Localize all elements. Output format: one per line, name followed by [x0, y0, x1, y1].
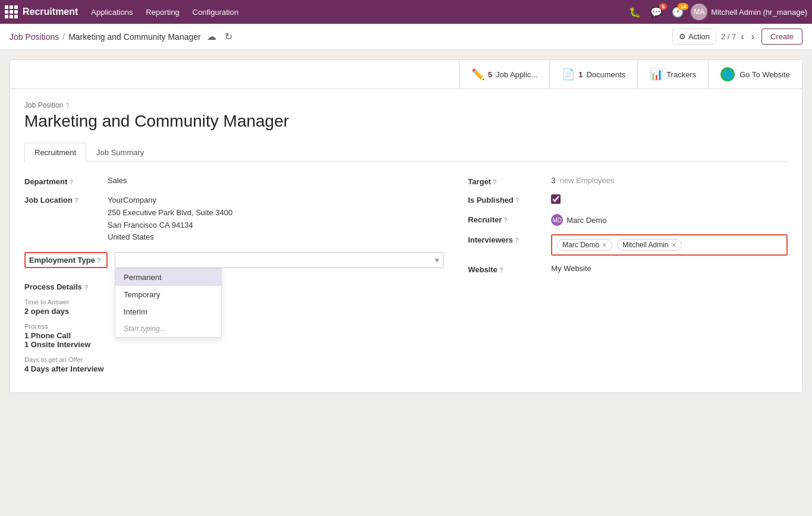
- trackers-label: Trackers: [666, 70, 696, 79]
- process-details-help-icon[interactable]: ?: [84, 284, 89, 291]
- breadcrumb-separator: /: [62, 32, 65, 42]
- job-location-country: United States: [108, 231, 444, 244]
- app-brand[interactable]: Recruitment: [5, 5, 78, 18]
- target-label: Target ?: [468, 176, 551, 186]
- department-label: Department ?: [24, 176, 108, 186]
- refresh-icon[interactable]: ↻: [222, 29, 235, 45]
- is-published-value: [551, 194, 788, 206]
- website-label: Go To Website: [739, 70, 790, 79]
- job-location-address1: 250 Executive Park Blvd, Suite 3400: [108, 207, 444, 219]
- job-position-help-icon[interactable]: ?: [65, 102, 69, 109]
- breadcrumb-parent[interactable]: Job Positions: [10, 32, 59, 42]
- employment-type-label: Employment Type ?: [24, 252, 108, 268]
- process-details-label: Process Details ?: [24, 282, 444, 291]
- recruiter-value: MD Marc Demo: [551, 214, 788, 226]
- job-applications-button[interactable]: ✏️ 5 Job Applic...: [459, 60, 549, 89]
- documents-count: 1: [578, 70, 583, 79]
- form-card: ✏️ 5 Job Applic... 📄 1 Documents 📊 Track…: [10, 59, 802, 393]
- dropdown-item-temporary[interactable]: Temporary: [115, 286, 221, 303]
- form-columns: Department ? Sales Job Location ? YourCo…: [24, 176, 788, 380]
- user-name: Mitchell Admin (hr_manage): [711, 8, 807, 17]
- pagination-text: 2 / 7: [721, 32, 736, 41]
- action-button[interactable]: ⚙ Action: [672, 29, 716, 45]
- dropdown-item-start-typing: Start typing...: [115, 320, 221, 337]
- dropdown-item-interim[interactable]: Interim: [115, 303, 221, 320]
- website-value: My Website: [551, 264, 788, 273]
- job-location-row: Job Location ? YourCompany 250 Executive…: [24, 194, 444, 244]
- applications-count: 5: [488, 70, 492, 79]
- remove-interviewer-1[interactable]: ✕: [602, 241, 607, 249]
- form-body: Job Position ? Marketing and Community M…: [10, 89, 802, 392]
- is-published-help-icon[interactable]: ?: [515, 197, 520, 204]
- job-location-address2: San Francisco CA 94134: [108, 219, 444, 232]
- remove-interviewer-2[interactable]: ✕: [671, 241, 676, 249]
- time-to-answer-block: Time to Answer 2 open days: [24, 298, 444, 316]
- bug-button[interactable]: 🐛: [627, 4, 643, 20]
- is-published-checkbox[interactable]: [551, 194, 561, 204]
- pencil-icon: ✏️: [471, 68, 484, 81]
- recruiter-help-icon[interactable]: ?: [503, 216, 508, 224]
- pagination: 2 / 7 ‹ ›: [721, 30, 757, 43]
- department-value: Sales: [108, 176, 444, 185]
- employment-type-help-icon[interactable]: ?: [97, 257, 101, 264]
- dropdown-item-permanent[interactable]: Permanent: [115, 269, 221, 286]
- document-icon: 📄: [562, 68, 575, 81]
- chart-icon: 📊: [650, 68, 663, 81]
- recruiter-row: Recruiter ? MD Marc Demo: [468, 214, 788, 226]
- job-location-company: YourCompany: [108, 194, 444, 207]
- job-location-help-icon[interactable]: ?: [74, 197, 78, 204]
- tab-job-summary[interactable]: Job Summary: [86, 143, 154, 162]
- form-title: Marketing and Community Manager: [24, 112, 788, 131]
- process-value2: 1 Onsite Interview: [24, 340, 444, 349]
- clock-button[interactable]: 🕐 14: [669, 4, 686, 20]
- department-help-icon[interactable]: ?: [69, 178, 73, 185]
- nav-reporting[interactable]: Reporting: [140, 5, 185, 19]
- next-page-button[interactable]: ›: [749, 30, 757, 43]
- employment-type-row: Employment Type ? ▼ Permanent Temporary …: [24, 252, 444, 268]
- breadcrumb-bar: Job Positions / Marketing and Community …: [0, 24, 812, 50]
- employment-type-wrapper: ▼ Permanent Temporary Interim Start typi…: [115, 252, 444, 268]
- main-content: ✏️ 5 Job Applic... 📄 1 Documents 📊 Track…: [0, 50, 812, 402]
- prev-page-button[interactable]: ‹: [738, 30, 746, 43]
- chat-badge: 5: [659, 3, 667, 10]
- department-row: Department ? Sales: [24, 176, 444, 186]
- globe-icon: 🌐: [720, 67, 735, 81]
- interviewers-help-icon[interactable]: ?: [515, 237, 519, 244]
- employment-type-input[interactable]: [115, 252, 444, 268]
- documents-button[interactable]: 📄 1 Documents: [549, 60, 637, 89]
- interviewers-value: Marc Demo ✕ Mitchell Admin ✕: [551, 234, 788, 256]
- breadcrumb: Job Positions / Marketing and Community …: [10, 29, 235, 45]
- chat-button[interactable]: 💬 5: [648, 4, 665, 20]
- trackers-button[interactable]: 📊 Trackers: [637, 60, 708, 89]
- job-location-value: YourCompany 250 Executive Park Blvd, Sui…: [108, 194, 444, 244]
- user-info[interactable]: MA Mitchell Admin (hr_manage): [691, 4, 807, 20]
- interviewers-row: Interviewers ? Marc Demo ✕ Mitchell Admi: [468, 234, 788, 256]
- process-block: Process 1 Phone Call 1 Onsite Interview: [24, 323, 444, 349]
- website-help-icon[interactable]: ?: [499, 266, 503, 273]
- stat-buttons-bar: ✏️ 5 Job Applic... 📄 1 Documents 📊 Track…: [10, 60, 802, 89]
- action-label: Action: [688, 32, 710, 41]
- form-left: Department ? Sales Job Location ? YourCo…: [24, 176, 444, 380]
- days-offer-value: 4 Days after Interview: [24, 364, 444, 373]
- time-to-answer-label: Time to Answer: [24, 298, 444, 306]
- navbar-icons: 🐛 💬 5 🕐 14 MA Mitchell Admin (hr_manage): [627, 4, 807, 20]
- nav-applications[interactable]: Applications: [85, 5, 139, 19]
- recruiter-name: Marc Demo: [566, 216, 606, 225]
- target-row: Target ? 3 new Employees: [468, 176, 788, 186]
- days-offer-label: Days to get an Offer: [24, 356, 444, 363]
- go-to-website-button[interactable]: 🌐 Go To Website: [708, 60, 802, 89]
- target-help-icon[interactable]: ?: [493, 178, 497, 185]
- navbar: Recruitment Applications Reporting Confi…: [0, 0, 812, 24]
- form-right: Target ? 3 new Employees Is Published ?: [468, 176, 788, 380]
- create-button[interactable]: Create: [761, 29, 802, 45]
- interviewers-box[interactable]: Marc Demo ✕ Mitchell Admin ✕: [551, 234, 788, 256]
- user-avatar: MA: [691, 4, 707, 20]
- app-name: Recruitment: [23, 7, 78, 17]
- recruiter-avatar: MD: [551, 214, 563, 226]
- target-value: 3 new Employees: [551, 176, 788, 185]
- tab-recruitment[interactable]: Recruitment: [24, 143, 86, 162]
- clock-badge: 14: [678, 3, 688, 10]
- nav-configuration[interactable]: Configuration: [187, 5, 244, 19]
- upload-icon[interactable]: ☁: [204, 29, 219, 45]
- breadcrumb-actions: ⚙ Action 2 / 7 ‹ › Create: [672, 29, 802, 45]
